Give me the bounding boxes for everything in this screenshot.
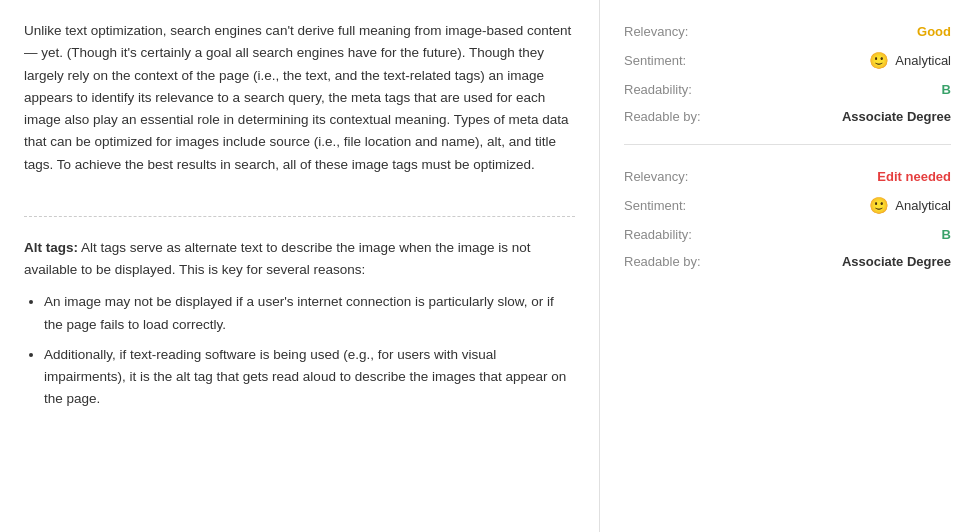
readable-by-value-2: Associate Degree (842, 254, 951, 269)
readability-row-2: Readability: B (624, 227, 951, 242)
readable-by-row-1: Readable by: Associate Degree (624, 109, 951, 124)
main-container: Unlike text optimization, search engines… (0, 0, 975, 532)
readable-by-row-2: Readable by: Associate Degree (624, 254, 951, 269)
bullet-list: An image may not be displayed if a user'… (44, 291, 575, 410)
right-divider (624, 144, 951, 145)
readable-by-label-2: Readable by: (624, 254, 714, 269)
section-1: Unlike text optimization, search engines… (24, 20, 575, 196)
readable-by-value-1: Associate Degree (842, 109, 951, 124)
metrics-section-2: Relevancy: Edit needed Sentiment: 🙂 Anal… (624, 165, 951, 269)
sentiment-row-2: Sentiment: 🙂 Analytical (624, 196, 951, 215)
relevancy-row-2: Relevancy: Edit needed (624, 169, 951, 184)
metrics-section-1: Relevancy: Good Sentiment: 🙂 Analytical … (624, 20, 951, 124)
alt-tag-bold: Alt tags: (24, 240, 78, 255)
section1-paragraph: Unlike text optimization, search engines… (24, 20, 575, 176)
bullet-item-1: An image may not be displayed if a user'… (44, 291, 575, 336)
readability-label-1: Readability: (624, 82, 714, 97)
right-panel: Relevancy: Good Sentiment: 🙂 Analytical … (600, 0, 975, 532)
sentiment-row-1: Sentiment: 🙂 Analytical (624, 51, 951, 70)
section-2: Alt tags: Alt tags serve as alternate te… (24, 237, 575, 439)
sentiment-label-1: Sentiment: (624, 53, 714, 68)
relevancy-value-2: Edit needed (877, 169, 951, 184)
relevancy-label-1: Relevancy: (624, 24, 714, 39)
sentiment-label-2: Sentiment: (624, 198, 714, 213)
relevancy-row-1: Relevancy: Good (624, 24, 951, 39)
section-divider (24, 216, 575, 217)
bullet-item-2: Additionally, if text-reading software i… (44, 344, 575, 411)
sentiment-text-2: Analytical (895, 198, 951, 213)
relevancy-label-2: Relevancy: (624, 169, 714, 184)
readability-value-2: B (942, 227, 951, 242)
alt-tag-text: Alt tags serve as alternate text to desc… (24, 240, 531, 277)
readability-row-1: Readability: B (624, 82, 951, 97)
readability-value-1: B (942, 82, 951, 97)
sentiment-text-1: Analytical (895, 53, 951, 68)
section2-intro: Alt tags: Alt tags serve as alternate te… (24, 237, 575, 282)
sentiment-value-2: 🙂 Analytical (869, 196, 951, 215)
relevancy-value-1: Good (917, 24, 951, 39)
left-panel: Unlike text optimization, search engines… (0, 0, 600, 532)
sentiment-emoji-2: 🙂 (869, 196, 889, 215)
sentiment-value-1: 🙂 Analytical (869, 51, 951, 70)
readability-label-2: Readability: (624, 227, 714, 242)
sentiment-emoji-1: 🙂 (869, 51, 889, 70)
readable-by-label-1: Readable by: (624, 109, 714, 124)
